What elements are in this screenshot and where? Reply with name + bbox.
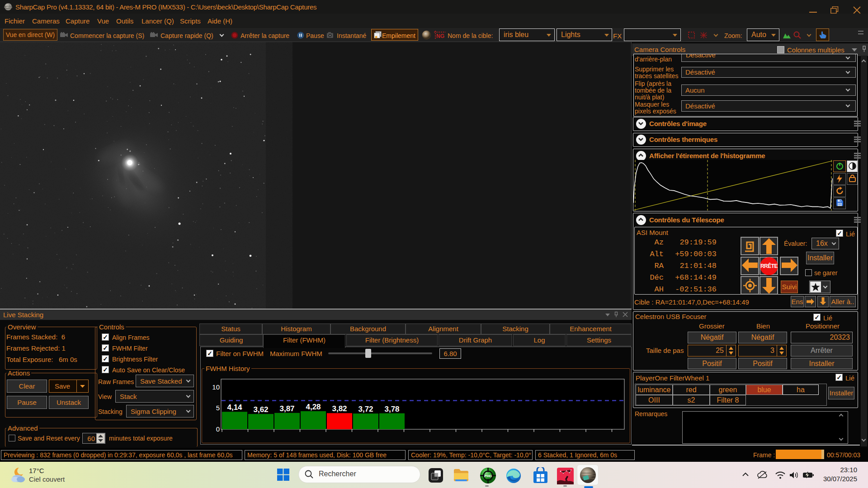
svg-text:NG: NG bbox=[436, 33, 444, 39]
svg-text:3,87: 3,87 bbox=[279, 404, 294, 413]
svg-text:10: 10 bbox=[212, 383, 220, 391]
svg-text:PHD: PHD bbox=[484, 474, 492, 478]
svg-text:3,62: 3,62 bbox=[253, 405, 268, 414]
svg-text:3,82: 3,82 bbox=[332, 404, 347, 413]
svg-text:3,72: 3,72 bbox=[358, 405, 373, 413]
svg-text:3,78: 3,78 bbox=[384, 405, 399, 413]
svg-text:5: 5 bbox=[216, 404, 220, 412]
svg-text:4,28: 4,28 bbox=[306, 403, 321, 411]
svg-text:0: 0 bbox=[216, 425, 220, 433]
svg-text:4,14: 4,14 bbox=[227, 403, 242, 412]
